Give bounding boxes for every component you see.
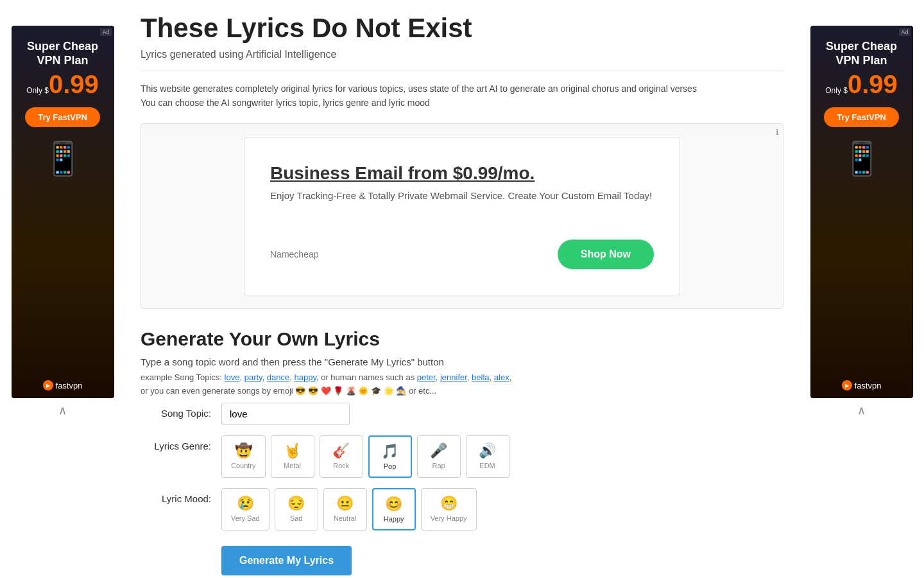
ad-banner: ℹ Business Email from $0.99/mo. Enjoy Tr…: [141, 123, 783, 309]
country-icon: 🤠: [235, 442, 252, 459]
genre-rock-label: Rock: [333, 462, 349, 469]
rap-icon: 🎤: [430, 442, 447, 459]
example-topics: example Song Topics: love, party, dance,…: [141, 371, 783, 398]
example-jennifer[interactable]: jennifer: [440, 372, 467, 382]
banner-headline: Business Email from $0.99/mo.: [270, 163, 654, 184]
generate-title: Generate Your Own Lyrics: [141, 328, 783, 350]
ad-right-tag: Ad: [899, 28, 910, 36]
genre-country[interactable]: 🤠 Country: [221, 435, 266, 478]
ad-left-phone-icon: 📱: [43, 140, 83, 177]
mood-options: 😢 Very Sad 😔 Sad 😐 Neutral 😊 Happy: [221, 488, 477, 530]
mood-happy[interactable]: 😊 Happy: [372, 488, 416, 530]
mood-sad-label: Sad: [290, 514, 303, 522]
example-bella[interactable]: bella: [472, 372, 489, 382]
mood-neutral-label: Neutral: [334, 514, 356, 522]
site-title: These Lyrics Do Not Exist: [141, 13, 783, 44]
generate-instruction: Type a song topic word and then press th…: [141, 356, 783, 367]
edm-icon: 🔊: [479, 442, 496, 459]
ad-right-brand-dot: ▶: [842, 380, 852, 390]
mood-very-happy[interactable]: 😁 Very Happy: [421, 488, 477, 530]
ad-left-tag: Ad: [100, 28, 111, 36]
banner-sub: Enjoy Tracking-Free & Totally Private We…: [270, 190, 654, 201]
site-description: This website generates completely origin…: [141, 82, 783, 110]
genre-edm-label: EDM: [479, 462, 495, 469]
ad-left-brand: ▶ fastvpn: [43, 374, 83, 390]
mood-neutral[interactable]: 😐 Neutral: [323, 488, 367, 530]
mood-very-sad[interactable]: 😢 Very Sad: [221, 488, 270, 530]
metal-icon: 🤘: [284, 442, 301, 459]
example-party[interactable]: party: [244, 372, 262, 382]
genre-metal-label: Metal: [284, 462, 301, 469]
example-happy[interactable]: happy: [295, 372, 316, 382]
ad-banner-info-icon[interactable]: ℹ: [776, 128, 779, 137]
sad-icon: 😔: [287, 495, 305, 512]
genre-rap-label: Rap: [432, 462, 445, 469]
site-subtitle: Lyrics generated using Artificial Intell…: [141, 49, 783, 60]
mood-sad[interactable]: 😔 Sad: [275, 488, 318, 530]
generate-my-lyrics-button[interactable]: Generate My Lyrics: [221, 546, 352, 575]
genre-edm[interactable]: 🔊 EDM: [466, 435, 509, 478]
ad-right-title: Super Cheap VPN Plan: [818, 40, 905, 67]
ad-right-price-prefix: Only $0.99: [825, 71, 898, 97]
happy-icon: 😊: [385, 496, 402, 512]
example-alex[interactable]: alex: [494, 372, 509, 382]
divider: [141, 71, 783, 71]
lyric-mood-label: Lyric Mood:: [141, 488, 211, 504]
example-peter[interactable]: peter: [417, 372, 436, 382]
ad-right-chevron[interactable]: ∧: [799, 403, 924, 417]
banner-shop-now-button[interactable]: Shop Now: [558, 240, 654, 269]
genre-rock[interactable]: 🎸 Rock: [320, 435, 363, 478]
mood-very-happy-label: Very Happy: [431, 514, 467, 522]
example-dance[interactable]: dance: [267, 372, 289, 382]
genre-country-label: Country: [231, 462, 256, 469]
genre-options: 🤠 Country 🤘 Metal 🎸 Rock 🎵 Pop: [221, 435, 509, 478]
pop-icon: 🎵: [381, 443, 398, 460]
song-topic-row: Song Topic:: [141, 403, 783, 425]
lyric-mood-row: Lyric Mood: 😢 Very Sad 😔 Sad 😐 Neutral: [141, 488, 783, 530]
ad-left-chevron[interactable]: ∧: [0, 403, 125, 417]
genre-pop-label: Pop: [384, 462, 397, 470]
ad-left-brand-dot: ▶: [43, 380, 53, 390]
mood-happy-label: Happy: [384, 515, 404, 523]
ad-right-brand: ▶ fastvpn: [842, 374, 882, 390]
mood-very-sad-label: Very Sad: [231, 514, 260, 522]
genre-pop[interactable]: 🎵 Pop: [368, 435, 412, 478]
very-happy-icon: 😁: [440, 495, 458, 512]
ad-left-price-prefix: Only $0.99: [26, 71, 99, 97]
genre-rap[interactable]: 🎤 Rap: [417, 435, 461, 478]
ad-left-button[interactable]: Try FastVPN: [25, 107, 100, 127]
song-topic-label: Song Topic:: [141, 403, 211, 419]
example-love[interactable]: love: [225, 372, 240, 382]
genre-metal[interactable]: 🤘 Metal: [271, 435, 314, 478]
very-sad-icon: 😢: [237, 495, 254, 512]
banner-brand: Namecheap: [270, 249, 319, 259]
rock-icon: 🎸: [332, 442, 350, 459]
generate-section: Generate Your Own Lyrics Type a song top…: [141, 328, 783, 576]
song-topic-input[interactable]: [221, 403, 350, 425]
neutral-icon: 😐: [336, 495, 354, 512]
ad-banner-footer: Namecheap Shop Now: [270, 240, 654, 269]
lyrics-genre-row: Lyrics Genre: 🤠 Country 🤘 Metal 🎸 Rock: [141, 435, 783, 478]
ad-left-title: Super Cheap VPN Plan: [19, 40, 107, 67]
ad-right-button[interactable]: Try FastVPN: [824, 107, 899, 127]
ad-right-phone-icon: 📱: [842, 140, 882, 177]
ad-banner-inner: Business Email from $0.99/mo. Enjoy Trac…: [244, 137, 680, 295]
lyrics-genre-label: Lyrics Genre:: [141, 435, 211, 451]
